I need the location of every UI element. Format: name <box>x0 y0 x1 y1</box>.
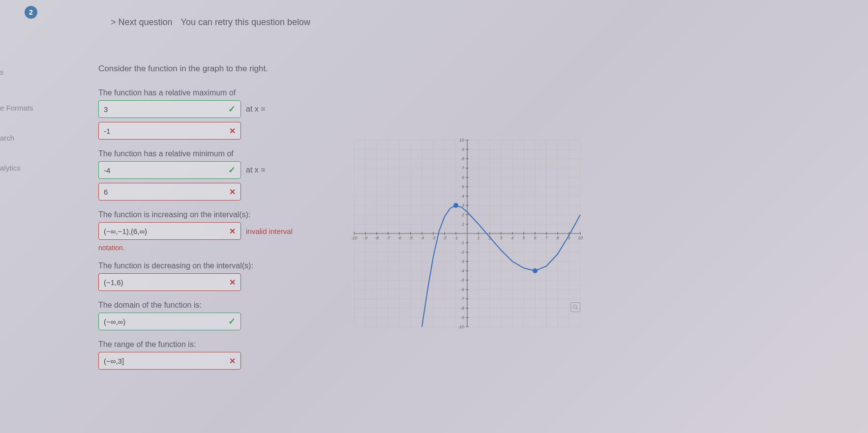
x-icon: ✕ <box>229 227 236 236</box>
svg-text:-8: -8 <box>460 306 464 311</box>
instruction-text: Consider the function in the graph to th… <box>98 64 354 74</box>
svg-text:1: 1 <box>462 222 464 227</box>
sidebar-item[interactable]: alytics <box>0 160 39 176</box>
check-icon: ✓ <box>228 316 236 327</box>
svg-text:10: 10 <box>578 235 583 240</box>
svg-text:10: 10 <box>459 138 464 143</box>
at-x-label: at x = <box>246 105 266 114</box>
svg-text:-6: -6 <box>460 287 464 292</box>
domain-label: The domain of the function is: <box>98 301 354 310</box>
input-value: -1 <box>104 127 110 135</box>
relative-min-block: The function has a relative minimum of -… <box>98 149 354 201</box>
function-graph: -10-9-8-7-6-5-4-3-2-112345678910-10-9-8-… <box>344 130 590 337</box>
input-value: (−∞,∞) <box>104 318 125 326</box>
svg-text:9: 9 <box>462 147 464 152</box>
svg-text:4: 4 <box>462 194 464 199</box>
svg-text:-5: -5 <box>460 278 465 283</box>
svg-text:-4: -4 <box>420 235 424 240</box>
at-x-label: at x = <box>246 166 266 174</box>
magnify-icon[interactable] <box>570 302 580 312</box>
input-value: -4 <box>104 166 110 174</box>
svg-text:-2: -2 <box>443 235 447 240</box>
svg-text:6: 6 <box>462 175 464 180</box>
svg-text:-6: -6 <box>397 235 401 240</box>
retry-text: You can retry this question below <box>181 17 311 27</box>
check-icon: ✓ <box>228 165 236 175</box>
input-value: 3 <box>104 105 108 114</box>
badge-text: 2 <box>29 8 33 16</box>
graph-svg: -10-9-8-7-6-5-4-3-2-112345678910-10-9-8-… <box>344 130 590 337</box>
svg-text:8: 8 <box>556 235 559 240</box>
svg-text:-7: -7 <box>460 296 465 301</box>
x-icon: ✕ <box>229 278 236 287</box>
svg-text:5: 5 <box>522 235 525 240</box>
rel-max-label: The function has a relative maximum of <box>98 88 354 97</box>
check-icon: ✓ <box>228 104 236 115</box>
svg-text:-4: -4 <box>460 268 464 273</box>
input-value: 6 <box>104 188 108 196</box>
x-icon: ✕ <box>229 356 236 366</box>
top-navigation: > Next question You can retry this quest… <box>111 17 310 28</box>
sidebar-item[interactable]: e Formats <box>0 100 39 116</box>
svg-text:7: 7 <box>545 235 548 240</box>
svg-text:-9: -9 <box>460 315 464 320</box>
range-input[interactable]: (−∞,3] ✕ <box>98 352 241 370</box>
rel-min-label: The function has a relative minimum of <box>98 149 354 158</box>
domain-block: The domain of the function is: (−∞,∞) ✓ <box>98 301 354 330</box>
increasing-block: The function is increasing on the interv… <box>98 210 354 252</box>
svg-text:1: 1 <box>477 235 479 240</box>
svg-text:-1: -1 <box>454 235 458 240</box>
question-number-badge: 2 <box>25 6 37 19</box>
increasing-input[interactable]: (−∞,−1),(6,∞) ✕ <box>98 222 241 240</box>
svg-text:-2: -2 <box>460 250 464 255</box>
x-icon: ✕ <box>229 126 236 136</box>
sidebar-item[interactable]: arch <box>0 130 39 146</box>
svg-point-125 <box>533 268 538 273</box>
svg-point-126 <box>573 305 577 309</box>
relative-max-block: The function has a relative maximum of 3… <box>98 88 354 140</box>
domain-input[interactable]: (−∞,∞) ✓ <box>98 313 241 330</box>
x-icon: ✕ <box>229 187 236 197</box>
svg-text:-10: -10 <box>351 235 357 240</box>
range-block: The range of the function is: (−∞,3] ✕ <box>98 340 354 370</box>
question-content: Consider the function in the graph to th… <box>98 64 354 379</box>
svg-text:6: 6 <box>534 235 536 240</box>
decreasing-label: The function is decreasing on the interv… <box>98 261 354 270</box>
svg-text:4: 4 <box>511 235 513 240</box>
svg-text:3: 3 <box>500 235 502 240</box>
rel-max-x-input[interactable]: -1 ✕ <box>98 122 241 140</box>
increasing-label: The function is increasing on the interv… <box>98 210 354 219</box>
svg-text:2: 2 <box>461 212 464 217</box>
invalid-interval-msg: invalid interval <box>246 227 293 235</box>
decreasing-block: The function is decreasing on the interv… <box>98 261 354 291</box>
input-value: (−∞,3] <box>104 357 124 365</box>
rel-max-value-input[interactable]: 3 ✓ <box>98 100 241 118</box>
rel-min-value-input[interactable]: -4 ✓ <box>98 161 241 179</box>
sidebar-item[interactable]: s <box>0 64 39 80</box>
next-question-link[interactable]: > Next question <box>111 17 173 27</box>
svg-point-124 <box>453 203 458 208</box>
svg-text:3: 3 <box>462 203 464 208</box>
sidebar: s e Formats arch alytics <box>0 64 39 190</box>
svg-text:-5: -5 <box>409 235 413 240</box>
svg-text:-3: -3 <box>431 235 435 240</box>
svg-text:-7: -7 <box>386 235 390 240</box>
notation-text: notation. <box>98 244 354 252</box>
svg-text:-3: -3 <box>460 259 464 264</box>
svg-text:-8: -8 <box>375 235 379 240</box>
svg-text:-1: -1 <box>460 240 464 245</box>
input-value: (−∞,−1),(6,∞) <box>104 227 147 235</box>
range-label: The range of the function is: <box>98 340 354 349</box>
svg-line-127 <box>576 308 578 310</box>
svg-text:-10: -10 <box>458 324 464 329</box>
input-value: (−1,6) <box>104 278 123 287</box>
decreasing-input[interactable]: (−1,6) ✕ <box>98 273 241 291</box>
rel-min-x-input[interactable]: 6 ✕ <box>98 183 241 201</box>
svg-text:-9: -9 <box>363 235 367 240</box>
svg-text:8: 8 <box>462 156 464 161</box>
